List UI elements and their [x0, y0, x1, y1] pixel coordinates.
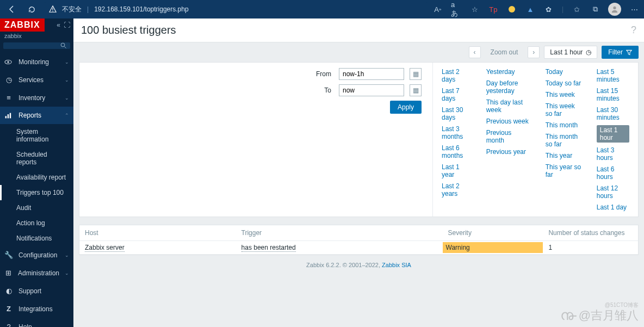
preset-link[interactable]: Last 30 minutes: [597, 106, 629, 121]
preset-link[interactable]: This week so far: [546, 102, 581, 118]
help-icon: ?: [4, 323, 13, 327]
from-calendar-button[interactable]: ▦: [410, 68, 422, 80]
preset-link[interactable]: Last 1 year: [442, 163, 471, 178]
sub-action-log[interactable]: Action log: [0, 215, 73, 231]
preset-link[interactable]: Last 30 days: [442, 106, 471, 121]
nav-label: Configuration: [18, 251, 57, 259]
from-label: From: [316, 70, 333, 78]
ext3-icon[interactable]: ▲: [525, 4, 536, 15]
read-aloud-icon[interactable]: A»: [432, 4, 443, 15]
fav-icon[interactable]: ✩: [571, 4, 582, 15]
footer-link[interactable]: Zabbix SIA: [382, 262, 411, 268]
profile-avatar[interactable]: [608, 3, 621, 16]
preset-link[interactable]: Today so far: [546, 79, 581, 87]
address-bar[interactable]: 不安全 | 192.168.159.101/toptriggers.php: [44, 2, 428, 16]
sub-triggers-top[interactable]: Triggers top 100: [0, 185, 73, 200]
to-input[interactable]: [339, 84, 404, 96]
preset-link[interactable]: This month so far: [546, 133, 581, 148]
nav-label: Monitoring: [18, 58, 49, 66]
filter-presets: Last 2 days Last 7 days Last 30 days Las…: [433, 63, 638, 217]
preset-link[interactable]: This year so far: [546, 163, 581, 178]
sub-notifications[interactable]: Notifications: [0, 231, 73, 246]
browser-bar: 不安全 | 192.168.159.101/toptriggers.php A»…: [0, 0, 644, 18]
filter-toggle-button[interactable]: Filter: [602, 46, 639, 59]
sidebar: ZABBIX « ⛶ zabbix Monitoring ⌄ ◷ Service…: [0, 18, 73, 327]
preset-link[interactable]: Last 15 minutes: [597, 87, 629, 102]
from-input[interactable]: [339, 68, 404, 80]
apply-button[interactable]: Apply: [390, 101, 422, 114]
integrations-icon: Z: [4, 305, 13, 313]
svg-rect-9: [10, 113, 11, 118]
preset-link[interactable]: This month: [546, 121, 581, 129]
sub-system-info[interactable]: System information: [0, 124, 73, 147]
nav-reports[interactable]: Reports ⌃: [0, 107, 73, 124]
collections-icon[interactable]: ⧉: [590, 4, 600, 15]
nav-label: Integrations: [18, 305, 53, 313]
preset-link[interactable]: This day last week: [486, 98, 530, 114]
star-icon[interactable]: ☆: [469, 4, 480, 15]
trigger-link[interactable]: has been restarted: [242, 244, 296, 252]
preset-link[interactable]: Last 12 hours: [597, 184, 629, 200]
back-button[interactable]: [4, 2, 20, 17]
nav-integrations[interactable]: Z Integrations: [0, 300, 73, 318]
sub-availability[interactable]: Availability report: [0, 170, 73, 185]
nav-administration[interactable]: ⊞ Administration ⌄: [0, 264, 73, 282]
nav-label: Administration: [18, 269, 59, 277]
preset-link[interactable]: Last 3 months: [442, 125, 471, 140]
nav-label: Services: [18, 76, 44, 84]
preset-link[interactable]: Last 2 days: [442, 68, 471, 83]
nav-support[interactable]: ◐ Support: [0, 282, 73, 300]
refresh-button[interactable]: [24, 2, 39, 17]
preset-link[interactable]: Last 2 years: [442, 182, 471, 198]
time-next-button[interactable]: ›: [528, 46, 540, 58]
collapse-icon[interactable]: «: [57, 21, 60, 29]
sub-audit[interactable]: Audit: [0, 200, 73, 215]
preset-link[interactable]: Yesterday: [486, 68, 530, 76]
logo[interactable]: ZABBIX: [0, 18, 45, 32]
preset-link[interactable]: This year: [546, 152, 581, 159]
clock-icon: ◷: [586, 48, 591, 56]
preset-link[interactable]: Day before yesterday: [486, 79, 530, 95]
translate-icon[interactable]: aあ: [451, 4, 462, 15]
time-prev-button[interactable]: ‹: [469, 46, 481, 58]
nav-services[interactable]: ◷ Services ⌄: [0, 71, 73, 89]
chevron-down-icon: ⌄: [65, 59, 69, 65]
filter-icon: [626, 50, 632, 55]
preset-link[interactable]: Previous week: [486, 118, 530, 125]
preset-link[interactable]: Last 6 hours: [597, 165, 629, 181]
sidebar-search[interactable]: [3, 42, 70, 49]
zoom-out-button[interactable]: Zoom out: [485, 48, 524, 56]
nav-monitoring[interactable]: Monitoring ⌄: [0, 53, 73, 71]
preset-link[interactable]: Today: [546, 68, 581, 76]
ext1-icon[interactable]: Tp: [488, 4, 499, 15]
settings-icon[interactable]: ✿: [543, 4, 554, 15]
th-host: Host: [79, 225, 236, 241]
filter-panel: From ▦ To ▦ Apply Last 2 days Last 7 day…: [79, 62, 639, 217]
preset-link[interactable]: Previous year: [486, 148, 530, 156]
nav-inventory[interactable]: ≡ Inventory ⌄: [0, 89, 73, 107]
host-link[interactable]: Zabbix server: [85, 244, 125, 252]
clock-icon: ◷: [4, 76, 13, 84]
preset-link[interactable]: Last 6 months: [442, 144, 471, 159]
more-icon[interactable]: ⋯: [629, 4, 640, 15]
sidebar-header: ZABBIX « ⛶: [0, 18, 73, 32]
watermark: @51CTO博客 ൹ @吉月雏八: [560, 307, 639, 324]
preset-link[interactable]: Last 3 hours: [597, 146, 629, 162]
nav-configuration[interactable]: 🔧 Configuration ⌄: [0, 246, 73, 264]
preset-link[interactable]: Last 5 minutes: [597, 68, 629, 83]
time-range-tab[interactable]: Last 1 hour ◷: [544, 46, 597, 59]
to-calendar-button[interactable]: ▦: [410, 84, 422, 96]
preset-link[interactable]: This week: [546, 91, 581, 98]
preset-link[interactable]: Last 7 days: [442, 87, 471, 102]
ext2-icon[interactable]: [506, 4, 517, 15]
preset-link[interactable]: Previous month: [486, 129, 530, 144]
fullscreen-icon[interactable]: ⛶: [64, 21, 70, 29]
svg-point-3: [61, 43, 65, 47]
preset-link-selected[interactable]: Last 1 hour: [597, 125, 629, 143]
preset-link[interactable]: Last 1 day: [597, 203, 629, 211]
chart-icon: [4, 112, 13, 119]
nav-help[interactable]: ? Help: [0, 318, 73, 327]
sub-scheduled[interactable]: Scheduled reports: [0, 147, 73, 170]
insecure-label: 不安全: [62, 5, 82, 14]
page-help-icon[interactable]: ?: [631, 24, 636, 36]
